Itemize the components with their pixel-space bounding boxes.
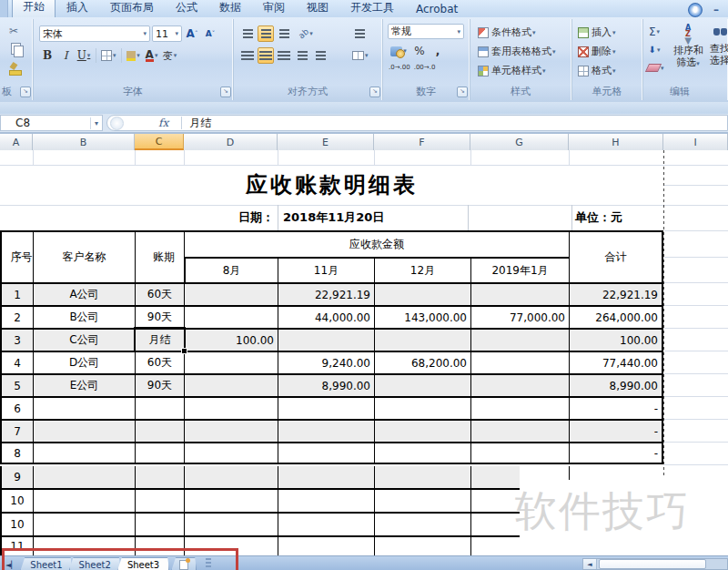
header-amount-group[interactable]: 应收款金额: [184, 230, 569, 257]
cell-G-3[interactable]: [470, 328, 569, 351]
align-bottom-button[interactable]: [276, 25, 292, 42]
cell-D-4[interactable]: [184, 351, 278, 373]
ribbon-tab[interactable]: 公式: [165, 0, 208, 17]
header-no[interactable]: 序号: [0, 230, 33, 282]
cell-E-2[interactable]: 44,000.00: [278, 305, 374, 328]
formula-bar-collapse-icon[interactable]: [110, 117, 124, 130]
name-box[interactable]: C8 ▾: [0, 115, 103, 131]
cell-C-2[interactable]: 90天: [135, 305, 184, 328]
clear-button[interactable]: ▾: [646, 61, 665, 75]
scroll-left-icon[interactable]: ◄: [583, 559, 597, 569]
column-header-D[interactable]: D: [184, 134, 278, 150]
format-as-table-button[interactable]: 套用表格格式▾: [477, 44, 557, 59]
tail-cell[interactable]: [184, 466, 278, 488]
shrink-font-button[interactable]: A˅: [202, 25, 218, 42]
cell-F-1[interactable]: [374, 282, 470, 305]
grow-font-button[interactable]: A˄: [184, 25, 200, 42]
font-dialog-launcher[interactable]: ↘: [220, 87, 231, 97]
cell-E-7[interactable]: [278, 419, 374, 442]
ribbon-tab[interactable]: 开发工具: [339, 0, 405, 17]
tail-cell[interactable]: 9: [0, 466, 33, 488]
cell-H-6[interactable]: -: [569, 396, 663, 419]
column-header-I[interactable]: I: [663, 134, 728, 150]
cell-C-1[interactable]: 60天: [135, 282, 184, 305]
cell-D-3[interactable]: 100.00: [184, 328, 278, 351]
cell-B-8[interactable]: [33, 442, 135, 464]
cell-C-8[interactable]: [135, 442, 184, 464]
cell-B-4[interactable]: D公司: [33, 351, 135, 373]
column-header-G[interactable]: G: [470, 134, 569, 150]
cell-D-2[interactable]: [184, 305, 278, 328]
tail-cell[interactable]: [184, 488, 278, 512]
cell-F-2[interactable]: 143,000.00: [374, 305, 470, 328]
delete-cells-button[interactable]: 删除▾: [577, 44, 617, 59]
cell-E-5[interactable]: 8,990.00: [278, 373, 374, 396]
tail-cell[interactable]: [135, 512, 184, 535]
cell-A-5[interactable]: 5: [0, 373, 33, 396]
cell-E-3[interactable]: [278, 328, 374, 351]
header-month[interactable]: 11月: [278, 257, 374, 282]
ribbon-tab[interactable]: 开始: [12, 0, 56, 17]
fill-color-button[interactable]: ▾: [126, 47, 142, 64]
column-header-C[interactable]: C: [135, 134, 184, 150]
cell-A-1[interactable]: 1: [0, 282, 33, 305]
sort-filter-button[interactable]: AZ▼ 排序和 筛选▾: [673, 25, 703, 70]
cell-A-8[interactable]: 8: [0, 442, 33, 464]
tail-cell[interactable]: [374, 512, 470, 535]
tail-cell[interactable]: [135, 488, 184, 512]
column-header-F[interactable]: F: [374, 134, 470, 150]
accounting-format-button[interactable]: ▾: [388, 43, 410, 59]
cell-H-3[interactable]: 100.00: [569, 328, 663, 351]
align-left-button[interactable]: [239, 47, 256, 64]
formula-input[interactable]: fx 月结: [106, 115, 728, 131]
cell-G-6[interactable]: [470, 396, 569, 419]
ribbon-tab[interactable]: 视图: [296, 0, 339, 17]
scrollbar-thumb[interactable]: [599, 559, 706, 569]
increase-indent-button[interactable]: [312, 47, 329, 64]
cell-H-8[interactable]: -: [569, 442, 663, 464]
cell-C-5[interactable]: 90天: [135, 373, 184, 396]
autosum-button[interactable]: Σ▾: [646, 25, 662, 38]
cell-E-8[interactable]: [278, 442, 374, 464]
borders-button[interactable]: ▾: [100, 47, 117, 64]
tail-cell[interactable]: [184, 512, 278, 535]
merge-center-button[interactable]: ▾: [351, 47, 369, 64]
tail-cell[interactable]: [278, 535, 374, 555]
column-header-B[interactable]: B: [33, 134, 135, 150]
italic-button[interactable]: I: [57, 47, 74, 64]
report-title-cell[interactable]: 应收账款明细表: [0, 165, 663, 205]
column-header-H[interactable]: H: [569, 134, 663, 150]
cell-B-6[interactable]: [33, 396, 135, 419]
header-terms[interactable]: 账期: [135, 230, 184, 282]
cell-A-7[interactable]: 7: [0, 419, 33, 442]
underline-button[interactable]: U▾: [76, 47, 92, 64]
cell-B-7[interactable]: [33, 419, 135, 442]
tail-cell[interactable]: [374, 466, 470, 488]
cell-G-8[interactable]: [470, 442, 569, 464]
ribbon-tab[interactable]: 插入: [56, 0, 99, 17]
cell-C-4[interactable]: 60天: [135, 351, 184, 373]
cell-A-4[interactable]: 4: [0, 351, 33, 373]
align-right-button[interactable]: [276, 47, 292, 64]
tail-cell[interactable]: [33, 512, 135, 535]
format-cells-button[interactable]: 格式▾: [577, 63, 617, 78]
cell-E-6[interactable]: [278, 396, 374, 419]
cell-A-6[interactable]: 6: [0, 396, 33, 419]
cell-D-5[interactable]: [184, 373, 278, 396]
insert-function-icon[interactable]: fx: [158, 117, 168, 129]
format-painter-icon[interactable]: [10, 62, 18, 70]
align-top-button[interactable]: [239, 25, 256, 42]
cell-D-1[interactable]: [184, 282, 278, 305]
tail-cell[interactable]: [374, 535, 470, 555]
cell-E-1[interactable]: 22,921.19: [278, 282, 374, 305]
cell-D-7[interactable]: [184, 419, 278, 442]
number-dialog-launcher[interactable]: ↘: [457, 87, 468, 97]
cell-F-3[interactable]: [374, 328, 470, 351]
header-total[interactable]: 合计: [569, 230, 663, 282]
cell-F-6[interactable]: [374, 396, 470, 419]
cell-F-4[interactable]: 68,200.00: [374, 351, 470, 373]
cell-H-1[interactable]: 22,921.19: [569, 282, 663, 305]
column-header-E[interactable]: E: [278, 134, 374, 150]
cell-E-4[interactable]: 9,240.00: [278, 351, 374, 373]
tail-cell[interactable]: [33, 466, 135, 488]
